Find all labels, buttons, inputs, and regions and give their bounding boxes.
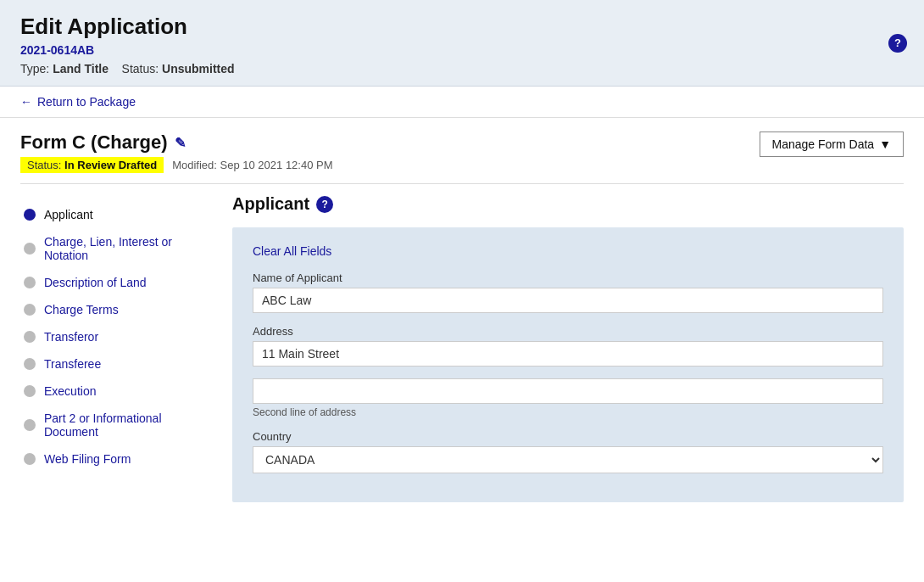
- sidebar-dot: [24, 209, 36, 221]
- edit-form-title-icon[interactable]: ✎: [175, 135, 186, 151]
- select-field-3[interactable]: CANADAUNITED STATESOTHER: [253, 446, 883, 473]
- page-header: Edit Application 2021-0614AB Type: Land …: [0, 0, 924, 87]
- sidebar-item-label: Description of Land: [44, 276, 147, 289]
- sidebar-item-charge-lien-interest-or-notation[interactable]: Charge, Lien, Interest or Notation: [20, 228, 215, 269]
- sidebar-dot: [24, 304, 36, 316]
- status-label: Status:: [122, 62, 159, 76]
- sidebar-item-label: Charge Terms: [44, 303, 119, 316]
- sidebar-item-execution[interactable]: Execution: [20, 378, 215, 405]
- back-arrow: ←: [20, 95, 32, 109]
- sidebar-item-label: Transferee: [44, 357, 101, 371]
- sidebar-dot: [24, 243, 36, 255]
- status-badge-value: In Review Drafted: [64, 159, 157, 171]
- field-group-3: CountryCANADAUNITED STATESOTHER: [253, 430, 883, 473]
- type-value: Land Title: [53, 62, 109, 76]
- status-value: Unsubmitted: [162, 62, 235, 76]
- sidebar-item-transferee[interactable]: Transferee: [20, 350, 215, 378]
- field-group-2: Second line of address: [253, 378, 883, 418]
- clear-all-fields-link[interactable]: Clear All Fields: [253, 244, 331, 258]
- sidebar-dot: [24, 277, 36, 288]
- sidebar-item-label: Transferor: [44, 330, 98, 344]
- status-badge: Status: In Review Drafted: [20, 157, 164, 173]
- sidebar-item-label: Part 2 or Informational Document: [44, 411, 212, 439]
- sidebar-item-applicant[interactable]: Applicant: [20, 201, 215, 228]
- form-content: Applicant ? Clear All Fields Name of App…: [215, 194, 904, 502]
- sidebar: ApplicantCharge, Lien, Interest or Notat…: [20, 194, 215, 502]
- back-link[interactable]: ← Return to Package: [20, 95, 136, 109]
- modified-text: Modified: Sep 10 2021 12:40 PM: [172, 159, 332, 171]
- type-label: Type:: [20, 62, 49, 76]
- status-badge-label: Status:: [27, 159, 61, 171]
- header-help-icon[interactable]: ?: [888, 34, 907, 53]
- manage-form-data-button[interactable]: Manage Form Data ▼: [760, 132, 904, 157]
- sidebar-item-part-2-or-informational-document[interactable]: Part 2 or Informational Document: [20, 405, 215, 445]
- form-status-row: Status: In Review Drafted Modified: Sep …: [20, 157, 333, 173]
- sidebar-dot: [24, 453, 36, 465]
- sidebar-dot: [24, 419, 36, 431]
- sidebar-item-label: Execution: [44, 384, 96, 398]
- app-id: 2021-0614AB: [20, 43, 904, 57]
- sidebar-dot: [24, 358, 36, 370]
- sidebar-item-web-filing-form[interactable]: Web Filing Form: [20, 445, 215, 473]
- applicant-form-card: Clear All Fields Name of ApplicantAddres…: [232, 227, 904, 502]
- form-title: Form C (Charge) ✎: [20, 132, 186, 154]
- text-field-0[interactable]: [253, 288, 883, 313]
- field-label-0: Name of Applicant: [253, 271, 883, 284]
- main-layout: ApplicantCharge, Lien, Interest or Notat…: [20, 194, 904, 502]
- content-area: Form C (Charge) ✎ Status: In Review Draf…: [0, 118, 924, 516]
- sidebar-item-charge-terms[interactable]: Charge Terms: [20, 296, 215, 323]
- text-field-1[interactable]: [253, 341, 883, 367]
- type-status-row: Type: Land Title Status: Unsubmitted: [20, 62, 904, 76]
- sidebar-dot: [24, 331, 36, 343]
- sidebar-item-transferor[interactable]: Transferor: [20, 323, 215, 350]
- fields-container: Name of ApplicantAddressSecond line of a…: [253, 271, 883, 473]
- section-divider: [20, 183, 904, 184]
- back-label: Return to Package: [37, 95, 136, 109]
- form-title-block: Form C (Charge) ✎ Status: In Review Draf…: [20, 132, 333, 173]
- sidebar-item-label: Charge, Lien, Interest or Notation: [44, 235, 212, 262]
- sidebar-item-label: Applicant: [44, 208, 93, 221]
- field-label-1: Address: [253, 325, 883, 338]
- form-section-header: Form C (Charge) ✎ Status: In Review Draf…: [20, 132, 904, 173]
- sidebar-item-label: Web Filing Form: [44, 452, 131, 466]
- field-group-0: Name of Applicant: [253, 271, 883, 313]
- section-title: Applicant ?: [232, 194, 904, 214]
- sidebar-item-description-of-land[interactable]: Description of Land: [20, 269, 215, 296]
- section-help-icon[interactable]: ?: [316, 196, 333, 213]
- field-sublabel-2: Second line of address: [253, 406, 883, 418]
- sidebar-dot: [24, 385, 36, 397]
- field-label-3: Country: [253, 430, 883, 443]
- text-field-2[interactable]: [253, 378, 883, 404]
- nav-bar: ← Return to Package: [0, 87, 924, 118]
- page-title: Edit Application: [20, 14, 904, 40]
- field-group-1: Address: [253, 325, 883, 367]
